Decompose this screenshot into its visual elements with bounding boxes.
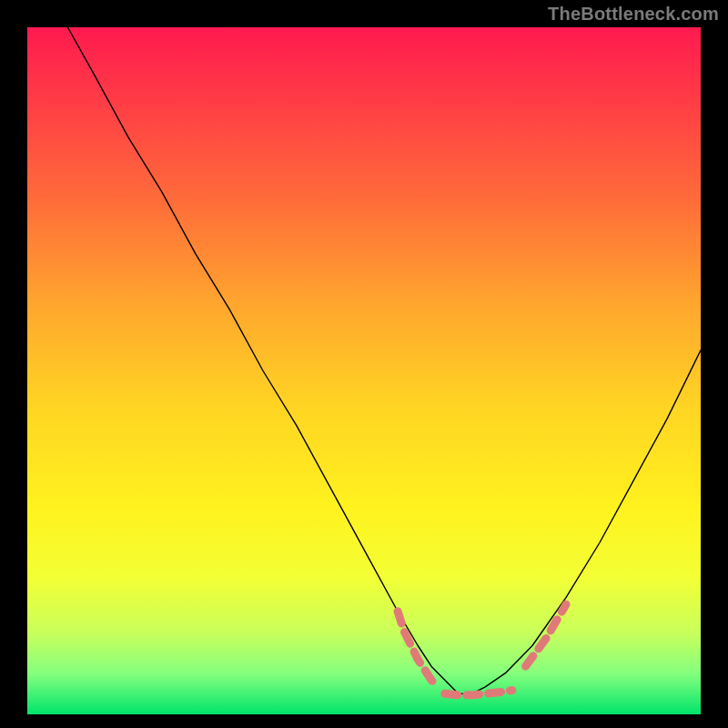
plot-area	[27, 27, 701, 714]
plot-svg	[27, 27, 701, 714]
series-curve-right	[459, 350, 701, 693]
series-marker-band-right	[526, 604, 566, 666]
series-marker-band-bottom	[445, 691, 512, 695]
watermark-text: TheBottleneck.com	[548, 4, 719, 25]
chart-frame: TheBottleneck.com	[0, 0, 728, 728]
series-marker-band-left	[398, 612, 438, 687]
series-curve-left	[67, 27, 458, 693]
